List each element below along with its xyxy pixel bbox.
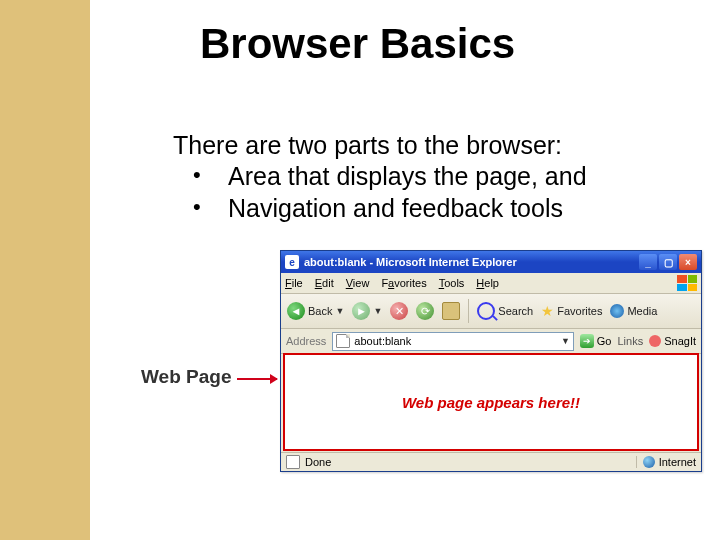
windows-flag-icon (677, 275, 697, 291)
side-accent-band (0, 0, 90, 540)
refresh-button[interactable]: ⟳ (416, 302, 434, 320)
close-button[interactable]: × (679, 254, 697, 270)
body-bullet-2: Navigation and feedback tools (173, 193, 693, 224)
media-icon (610, 304, 624, 318)
go-label: Go (597, 335, 612, 347)
security-zone[interactable]: Internet (636, 456, 696, 468)
page-icon (336, 334, 350, 348)
address-input[interactable]: about:blank ▼ (332, 332, 573, 351)
media-button[interactable]: Media (610, 304, 657, 318)
browser-figure: Web Page e about:blank - Microsoft Inter… (145, 250, 705, 480)
menu-edit[interactable]: Edit (315, 277, 334, 289)
menu-view[interactable]: View (346, 277, 370, 289)
menu-tools[interactable]: Tools (439, 277, 465, 289)
body-bullet-1: Area that displays the page, and (173, 161, 693, 192)
minimize-button[interactable]: _ (639, 254, 657, 270)
address-label: Address (286, 335, 326, 347)
go-arrow-icon: ➔ (580, 334, 594, 348)
menu-file[interactable]: File (285, 277, 303, 289)
globe-icon (643, 456, 655, 468)
toolbar-separator (468, 299, 469, 323)
search-icon (477, 302, 495, 320)
address-value: about:blank (354, 335, 411, 347)
chevron-down-icon: ▼ (373, 306, 382, 316)
back-arrow-icon: ◄ (287, 302, 305, 320)
go-button[interactable]: ➔ Go (580, 334, 612, 348)
toolbar: ◄ Back ▼ ► ▼ ✕ ⟳ Search ★ Favor (281, 294, 701, 329)
search-button[interactable]: Search (477, 302, 533, 320)
ie-logo-icon: e (285, 255, 299, 269)
address-bar: Address about:blank ▼ ➔ Go Links SnagIt (281, 329, 701, 354)
page-placeholder-text: Web page appears here!! (402, 394, 580, 411)
snagit-button[interactable]: SnagIt (649, 335, 696, 347)
slide-body: There are two parts to the browser: Area… (173, 130, 693, 224)
menu-bar: File Edit View Favorites Tools Help (281, 273, 701, 294)
chevron-down-icon: ▼ (335, 306, 344, 316)
menu-help[interactable]: Help (476, 277, 499, 289)
back-button[interactable]: ◄ Back ▼ (287, 302, 344, 320)
search-label: Search (498, 305, 533, 317)
slide-title: Browser Basics (200, 20, 515, 68)
slide: Browser Basics There are two parts to th… (0, 0, 720, 540)
status-done-label: Done (305, 456, 331, 468)
callout-arrow-icon (237, 378, 277, 380)
zone-label: Internet (659, 456, 696, 468)
favorites-label: Favorites (557, 305, 602, 317)
home-button[interactable] (442, 302, 460, 320)
window-controls: _ ▢ × (639, 254, 697, 270)
forward-arrow-icon: ► (352, 302, 370, 320)
menu-favorites[interactable]: Favorites (381, 277, 426, 289)
snagit-label: SnagIt (664, 335, 696, 347)
links-label[interactable]: Links (618, 335, 644, 347)
maximize-button[interactable]: ▢ (659, 254, 677, 270)
status-bar: Done Internet (281, 452, 701, 471)
page-content-area[interactable]: Web page appears here!! (283, 353, 699, 451)
ie-window: e about:blank - Microsoft Internet Explo… (280, 250, 702, 472)
forward-button[interactable]: ► ▼ (352, 302, 382, 320)
status-page-icon (286, 455, 300, 469)
callout-web-page-label: Web Page (141, 366, 231, 388)
address-dropdown-icon[interactable]: ▼ (561, 336, 570, 346)
snagit-icon (649, 335, 661, 347)
stop-button[interactable]: ✕ (390, 302, 408, 320)
favorites-button[interactable]: ★ Favorites (541, 303, 602, 319)
body-bullet-list: Area that displays the page, and Navigat… (173, 161, 693, 224)
window-title-text: about:blank - Microsoft Internet Explore… (304, 256, 517, 268)
window-titlebar[interactable]: e about:blank - Microsoft Internet Explo… (281, 251, 701, 273)
star-icon: ★ (541, 303, 554, 319)
body-intro: There are two parts to the browser: (173, 130, 693, 161)
back-label: Back (308, 305, 332, 317)
media-label: Media (627, 305, 657, 317)
